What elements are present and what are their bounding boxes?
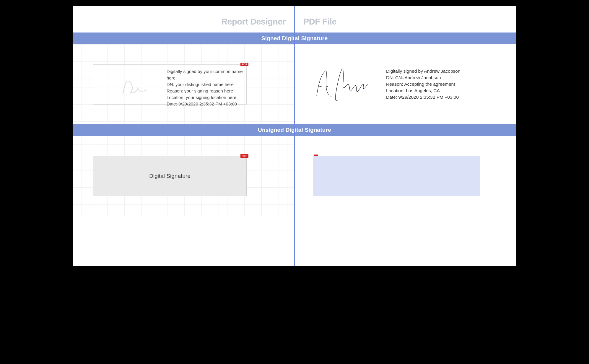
unsigned-pdf-panel	[294, 136, 516, 216]
designer-signed-text: Digitally signed by your common name her…	[167, 68, 245, 107]
designer-line1: Digitally signed by your common name her…	[167, 68, 245, 81]
pdf-signed-text: Digitally signed by Andrew Jacobson DN: …	[386, 68, 461, 100]
pdf-line2: DN: CN=Andrew Jacobson	[386, 74, 461, 81]
signature-handwritten-icon	[311, 64, 370, 105]
designer-line5: Date: 9/29/2020 2:35:32 PM +03:00	[167, 101, 245, 107]
pdf-line5: Date: 9/29/2020 2:35:32 PM +03:00	[386, 94, 461, 100]
pdf-line4: Location: Los Angeles, CA	[386, 87, 461, 94]
designer-line3: Reason: your signing reason here	[167, 88, 245, 94]
vertical-divider	[294, 6, 295, 266]
unsigned-designer-panel: PDF Digital Signature	[73, 136, 294, 216]
designer-line4: Location: your signing location here	[167, 94, 245, 101]
pdf-unsigned-placeholder[interactable]	[313, 156, 480, 196]
unsigned-label: Digital Signature	[149, 173, 190, 179]
pdf-badge-icon: PDF	[240, 154, 249, 158]
stage: Report Designer PDF File Signed Digital …	[73, 6, 516, 266]
designer-line2: DN: your distinguished name here	[167, 81, 245, 88]
header-left: Report Designer	[73, 17, 294, 27]
signed-designer-panel: PDF Digitally signed by your common name…	[73, 44, 294, 124]
pdf-badge-icon: PDF	[240, 63, 249, 66]
header-right: PDF File	[294, 17, 516, 27]
signature-placeholder-icon	[120, 72, 149, 99]
signature-designer-element-signed[interactable]: PDF Digitally signed by your common name…	[93, 64, 247, 105]
pdf-line1: Digitally signed by Andrew Jacobson	[386, 68, 461, 74]
signed-pdf-panel: Digitally signed by Andrew Jacobson DN: …	[294, 44, 516, 124]
pdf-line3: Reason: Accepting the agreement	[386, 81, 461, 87]
signature-designer-element-unsigned[interactable]: PDF Digital Signature	[93, 156, 247, 196]
pdf-corner-marker-icon	[314, 155, 318, 156]
